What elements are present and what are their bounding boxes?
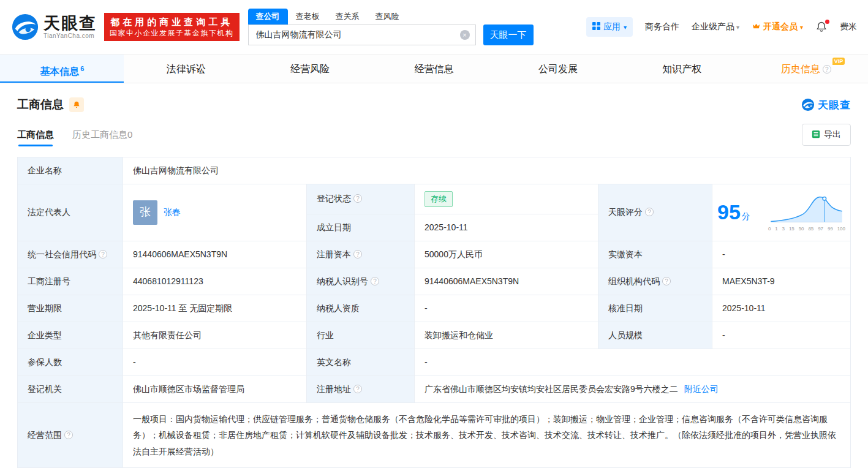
table-row: 法定代表人 张 张春 登记状态? 存续 天眼评分? 95分 [18, 184, 851, 214]
slogan-line1: 都在用的商业查询工具 [110, 16, 234, 28]
reg-address-value: 广东省佛山市顺德区均安镇均安社区居民委员会宏安路9号六楼之二附近公司 [415, 376, 851, 402]
business-cooperation-link[interactable]: 商务合作 [645, 21, 679, 32]
tianyancha-logo[interactable]: 天眼查 TianYanCha.com [11, 13, 97, 41]
vip-upgrade-link[interactable]: 开通会员 ▾ [752, 21, 803, 32]
taxpayer-id-label: 纳税人识别号? [307, 268, 415, 295]
help-icon[interactable]: ? [823, 65, 831, 74]
tab-legal-proceedings[interactable]: 法律诉讼 [124, 55, 247, 83]
subtab-history-business-info[interactable]: 历史工商信息0 [72, 129, 132, 141]
business-term-label: 营业期限 [18, 295, 123, 322]
legal-rep-link[interactable]: 张春 [164, 206, 181, 219]
insured-count-label: 参保人数 [18, 349, 123, 376]
tab-history-info[interactable]: 历史信息? VIP [744, 55, 868, 83]
search-submit-button[interactable]: 天眼一下 [483, 25, 534, 45]
monitor-bell-icon[interactable] [69, 97, 84, 112]
tianyancha-logo-icon [11, 13, 39, 41]
company-type-label: 企业类型 [18, 322, 123, 349]
staff-size-label: 人员规模 [598, 322, 712, 349]
taxpayer-id-value: 91440606MAEX5N3T9N [415, 268, 598, 295]
tab-operating-info[interactable]: 经营信息 [372, 55, 496, 83]
tab-company-development[interactable]: 公司发展 [496, 55, 620, 83]
table-row: 统一社会信用代码? 91440606MAEX5N3T9N 注册资本? 50000… [18, 241, 851, 268]
apps-button[interactable]: 应用 ▾ [586, 17, 633, 37]
slogan-banner: 都在用的商业查询工具 国家中小企业发展子基金旗下机构 [104, 13, 240, 41]
tab-operating-risk[interactable]: 经营风险 [248, 55, 372, 83]
status-badge: 存续 [425, 191, 453, 207]
tab-intellectual-property[interactable]: 知识产权 [620, 55, 744, 83]
company-type-value: 其他有限责任公司 [123, 322, 307, 349]
reg-authority-value: 佛山市顺德区市场监督管理局 [123, 376, 307, 402]
search-block: 查公司 查老板 查关系 查风险 × 天眼一下 [248, 9, 534, 45]
english-name-label: 英文名称 [307, 349, 415, 376]
vip-badge: VIP [832, 58, 845, 65]
search-tabs: 查公司 查老板 查关系 查风险 [248, 9, 534, 25]
slogan-line2: 国家中小企业发展子基金旗下机构 [110, 28, 234, 38]
notification-dot [825, 20, 829, 24]
business-scope-value: 一般项目：国内货物运输代理；供应链管理服务；普通货物仓储服务（不含危险化学品等需… [123, 402, 851, 468]
section-head: 工商信息 天眼查 [0, 83, 868, 116]
chevron-down-icon: ▾ [800, 24, 803, 31]
help-icon[interactable]: ? [353, 385, 362, 393]
search-tab-risk[interactable]: 查风险 [368, 9, 407, 25]
credit-code-label: 统一社会信用代码? [18, 241, 123, 268]
insured-count-value: - [123, 349, 307, 376]
export-button[interactable]: 导出 [802, 124, 851, 146]
help-icon[interactable]: ? [371, 277, 379, 285]
score-number: 95分 [717, 197, 750, 228]
reg-capital-label: 注册资本? [307, 241, 415, 268]
paid-capital-value: - [712, 241, 851, 268]
table-row: 营业期限 2025-10-11 至 无固定期限 纳税人资质 - 核准日期 202… [18, 295, 851, 322]
help-icon[interactable]: ? [662, 277, 671, 285]
table-row: 企业名称 佛山吉网物流有限公司 [18, 157, 851, 184]
help-icon[interactable]: ? [99, 250, 107, 259]
subtab-business-info[interactable]: 工商信息 [17, 129, 54, 141]
table-row: 经营范围? 一般项目：国内货物运输代理；供应链管理服务；普通货物仓储服务（不含危… [18, 402, 851, 468]
tab-basic-info[interactable]: 基本信息6 [0, 55, 124, 83]
company-page-tabs: 基本信息6 法律诉讼 经营风险 经营信息 公司发展 知识产权 历史信息? VIP [0, 54, 868, 83]
nearby-companies-link[interactable]: 附近公司 [684, 384, 719, 394]
help-icon[interactable]: ? [645, 208, 654, 216]
export-icon [812, 130, 820, 140]
search-tab-company[interactable]: 查公司 [248, 9, 288, 25]
industry-value: 装卸搬运和仓储业 [415, 322, 598, 349]
table-row: 登记机关 佛山市顺德区市场监督管理局 注册地址? 广东省佛山市顺德区均安镇均安社… [18, 376, 851, 402]
username[interactable]: 费米 [840, 21, 857, 32]
notification-bell-icon[interactable] [815, 21, 828, 33]
top-header: 天眼查 TianYanCha.com 都在用的商业查询工具 国家中小企业发展子基… [0, 0, 868, 54]
credit-code-value: 91440606MAEX5N3T9N [123, 241, 307, 268]
search-tab-boss[interactable]: 查老板 [288, 9, 328, 25]
help-icon[interactable]: ? [353, 194, 362, 203]
grid-icon [592, 22, 600, 32]
reg-authority-label: 登记机关 [18, 376, 123, 402]
legal-rep-label: 法定代表人 [18, 184, 123, 241]
subtab-history-count: 0 [127, 129, 132, 140]
reg-number-value: 440681012911123 [123, 268, 307, 295]
company-name-label: 企业名称 [18, 157, 123, 184]
top-right-nav: 应用 ▾ 商务合作 企业级产品 ▾ 开通会员 ▾ 费米 [586, 17, 857, 37]
crown-icon [752, 21, 761, 32]
search-input-wrap: × [248, 25, 476, 45]
approval-date-label: 核准日期 [598, 295, 712, 322]
reg-number-label: 工商注册号 [18, 268, 123, 295]
taxpayer-quality-label: 纳税人资质 [307, 295, 415, 322]
score-axis-labels: 0131550859799100 [768, 227, 845, 232]
reg-status-label: 登记状态? [307, 184, 415, 214]
chevron-down-icon: ▾ [624, 24, 627, 31]
enterprise-products-link[interactable]: 企业级产品 ▾ [692, 21, 739, 32]
search-input[interactable] [249, 25, 475, 45]
brand-watermark: 天眼查 [801, 98, 851, 112]
paid-capital-label: 实缴资本 [598, 241, 712, 268]
brand-domain: TianYanCha.com [43, 32, 97, 39]
org-code-label: 组织机构代码? [598, 268, 712, 295]
business-scope-label: 经营范围? [18, 402, 123, 468]
search-tab-relation[interactable]: 查关系 [328, 9, 368, 25]
chevron-down-icon: ▾ [736, 24, 739, 31]
industry-label: 行业 [307, 322, 415, 349]
establish-date-value: 2025-10-11 [415, 214, 598, 241]
business-term-value: 2025-10-11 至 无固定期限 [123, 295, 307, 322]
clear-icon[interactable]: × [460, 30, 470, 40]
legal-rep-avatar[interactable]: 张 [133, 200, 157, 225]
help-icon[interactable]: ? [64, 431, 73, 439]
help-icon[interactable]: ? [353, 250, 362, 259]
reg-status-value: 存续 [415, 184, 598, 214]
